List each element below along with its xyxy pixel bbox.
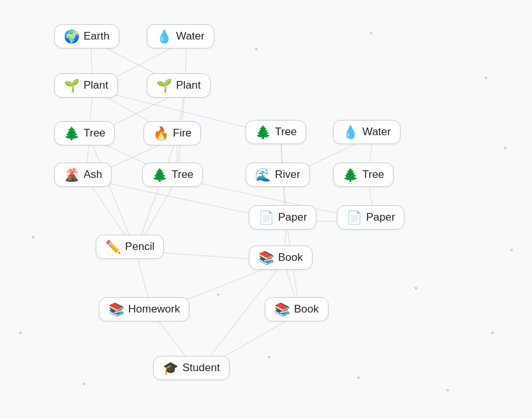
water2-label: Water <box>362 126 391 138</box>
decorative-dot <box>504 147 506 149</box>
earth-label: Earth <box>84 30 110 43</box>
book1-label: Book <box>278 251 303 264</box>
node-river[interactable]: 🌊River <box>246 163 310 187</box>
node-book1[interactable]: 📚Book <box>249 246 313 270</box>
student-emoji: 🎓 <box>163 362 179 374</box>
ash-emoji: 🌋 <box>64 168 80 181</box>
tree2-emoji: 🌲 <box>255 126 271 138</box>
decorative-dot <box>357 376 360 379</box>
pencil-emoji: ✏️ <box>105 240 121 253</box>
plant1-emoji: 🌱 <box>64 79 80 92</box>
homework-label: Homework <box>128 303 180 316</box>
node-pencil[interactable]: ✏️Pencil <box>96 235 164 259</box>
plant2-label: Plant <box>176 79 201 92</box>
paper2-label: Paper <box>366 211 395 224</box>
decorative-dot <box>415 287 417 290</box>
node-fire[interactable]: 🔥Fire <box>144 121 201 145</box>
decorative-dot <box>491 332 494 334</box>
decorative-dot <box>32 236 34 239</box>
node-paper1[interactable]: 📄Paper <box>249 205 316 230</box>
decorative-dot <box>268 356 270 358</box>
tree3-emoji: 🌲 <box>152 168 168 181</box>
node-plant1[interactable]: 🌱Plant <box>54 73 118 98</box>
node-earth[interactable]: 🌍Earth <box>54 24 119 48</box>
decorative-dot <box>19 332 22 334</box>
node-student[interactable]: 🎓Student <box>153 356 230 380</box>
node-water1[interactable]: 💧Water <box>147 24 214 48</box>
node-paper2[interactable]: 📄Paper <box>337 205 404 230</box>
book2-label: Book <box>294 303 319 316</box>
paper2-emoji: 📄 <box>346 211 362 224</box>
student-label: Student <box>182 362 220 374</box>
river-label: River <box>275 168 300 181</box>
river-emoji: 🌊 <box>255 168 271 181</box>
tree3-label: Tree <box>172 168 193 181</box>
tree1-emoji: 🌲 <box>64 127 80 140</box>
node-tree2[interactable]: 🌲Tree <box>246 120 306 144</box>
fire-label: Fire <box>173 127 191 140</box>
decorative-dot <box>370 32 373 34</box>
pencil-label: Pencil <box>125 240 154 253</box>
node-homework[interactable]: 📚Homework <box>99 297 189 321</box>
decorative-dot <box>217 293 219 296</box>
water2-emoji: 💧 <box>343 126 358 138</box>
svg-line-31 <box>136 137 177 251</box>
book2-emoji: 📚 <box>274 303 290 316</box>
decorative-dot <box>485 77 487 79</box>
svg-line-30 <box>89 137 136 251</box>
ash-label: Ash <box>84 168 102 181</box>
node-ash[interactable]: 🌋Ash <box>54 163 112 187</box>
tree4-label: Tree <box>362 168 384 181</box>
decorative-dot <box>510 249 513 251</box>
plant2-emoji: 🌱 <box>156 79 172 92</box>
node-tree3[interactable]: 🌲Tree <box>142 163 203 187</box>
tree2-label: Tree <box>275 126 297 138</box>
node-plant2[interactable]: 🌱Plant <box>147 73 211 98</box>
water1-emoji: 💧 <box>156 30 172 43</box>
homework-emoji: 📚 <box>108 303 124 316</box>
node-tree1[interactable]: 🌲Tree <box>54 121 115 145</box>
node-water2[interactable]: 💧Water <box>333 120 401 144</box>
node-tree4[interactable]: 🌲Tree <box>333 163 394 187</box>
water1-label: Water <box>176 30 205 43</box>
paper1-emoji: 📄 <box>258 211 274 224</box>
tree4-emoji: 🌲 <box>343 168 358 181</box>
fire-emoji: 🔥 <box>153 127 169 140</box>
decorative-dot <box>255 48 258 50</box>
tree1-label: Tree <box>84 127 105 140</box>
node-book2[interactable]: 📚Book <box>265 297 329 321</box>
decorative-dot <box>83 383 85 385</box>
paper1-label: Paper <box>278 211 307 224</box>
book1-emoji: 📚 <box>258 251 274 264</box>
earth-emoji: 🌍 <box>64 30 80 43</box>
decorative-dot <box>447 389 449 392</box>
plant1-label: Plant <box>84 79 108 92</box>
